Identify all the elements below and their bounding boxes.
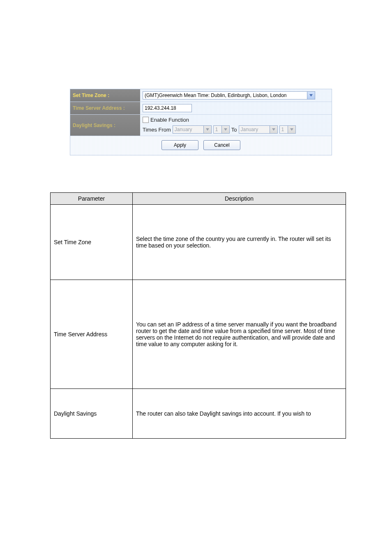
param-cell: Set Time Zone	[51, 205, 133, 280]
row-daylight-savings: Daylight Savings : Enable Function Times…	[70, 114, 332, 136]
parameter-description-table: Parameter Description Set Time ZoneSelec…	[50, 192, 346, 439]
to-day-select[interactable]: 1	[279, 125, 296, 134]
table-row: Set Time ZoneSelect the time zone of the…	[51, 205, 346, 280]
param-cell: Daylight Savings	[51, 389, 133, 439]
row-set-time-zone: Set Time Zone : (GMT)Greenwich Mean Time…	[70, 89, 332, 102]
label-set-time-zone: Set Time Zone :	[70, 89, 140, 102]
time-zone-select[interactable]: (GMT)Greenwich Mean Time: Dublin, Edinbu…	[143, 91, 315, 99]
chevron-down-icon	[203, 126, 211, 133]
description-cell: Select the time zone of the country you …	[133, 205, 346, 280]
label-time-server: Time Server Address :	[70, 102, 140, 114]
cancel-button[interactable]: Cancel	[203, 140, 240, 150]
time-server-value: 192.43.244.18	[145, 105, 176, 111]
header-description: Description	[133, 193, 346, 205]
time-zone-panel: Set Time Zone : (GMT)Greenwich Mean Time…	[70, 89, 332, 155]
param-cell: Time Server Address	[51, 280, 133, 389]
time-zone-select-text: (GMT)Greenwich Mean Time: Dublin, Edinbu…	[145, 92, 287, 98]
chevron-down-icon	[288, 126, 295, 133]
table-row: Time Server AddressYou can set an IP add…	[51, 280, 346, 389]
description-cell: The router can also take Daylight saving…	[133, 389, 346, 439]
from-day-select[interactable]: 1	[213, 125, 230, 134]
table-row: Daylight SavingsThe router can also take…	[51, 389, 346, 439]
enable-function-checkbox[interactable]	[143, 117, 149, 123]
label-daylight-savings: Daylight Savings :	[70, 115, 140, 136]
from-month-select[interactable]: January	[173, 125, 212, 134]
enable-function-label: Enable Function	[150, 117, 189, 123]
to-label: To	[231, 127, 237, 133]
chevron-down-icon	[307, 92, 315, 99]
to-month-select[interactable]: January	[239, 125, 278, 134]
header-parameter: Parameter	[51, 193, 133, 205]
times-from-label: Times From	[143, 127, 171, 133]
action-buttons: Apply Cancel	[70, 136, 332, 155]
description-cell: You can set an IP address of a time serv…	[133, 280, 346, 389]
chevron-down-icon	[221, 126, 229, 133]
apply-button[interactable]: Apply	[161, 140, 198, 150]
time-server-input[interactable]: 192.43.244.18	[143, 104, 192, 112]
row-time-server: Time Server Address : 192.43.244.18	[70, 102, 332, 114]
chevron-down-icon	[270, 126, 277, 133]
